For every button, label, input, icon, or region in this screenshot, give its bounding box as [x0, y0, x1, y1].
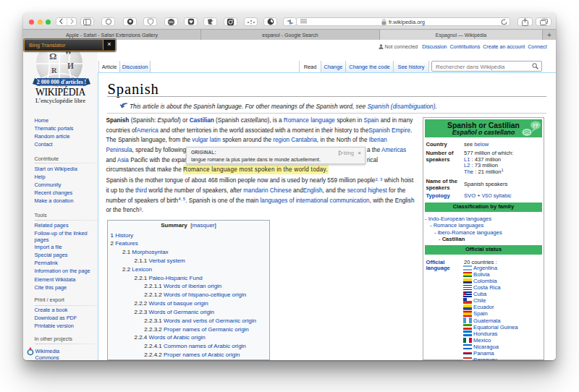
svg-text:!?: !? [533, 122, 538, 129]
svg-text:2 000 000 d'articles !: 2 000 000 d'articles ! [37, 79, 86, 85]
svg-text:SBD: SBD [169, 21, 174, 24]
svg-text:R: R [51, 67, 57, 74]
svg-text:Ω: Ω [49, 51, 56, 61]
svg-text:И: И [67, 61, 74, 70]
